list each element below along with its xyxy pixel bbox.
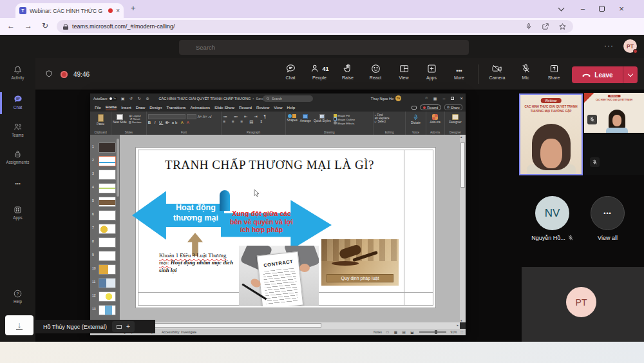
ppt-search-box[interactable]: Search [263,95,313,102]
browser-tab[interactable]: T Webinar: CÁC HÌNH THỨC G × [15,3,124,18]
leave-button[interactable]: Leave [572,66,638,83]
tab-close-icon[interactable]: × [116,7,120,14]
tab-search-chevron-icon[interactable] [558,5,565,12]
ppt-share-button[interactable]: ⧉Share [444,104,462,110]
toolbar-raise-button[interactable]: Raise [336,63,359,80]
shared-powerpoint-window[interactable]: AutoSaveOn ▣ ↺ ↻ ⊕ CÁC HÌNH THỨC GIẢI QU… [90,93,466,335]
notes-button[interactable]: Notes [374,330,382,334]
menu-slideshow[interactable]: Slide Show [214,105,234,110]
ppt-restore[interactable] [451,97,454,100]
align-buttons[interactable]: ≡ ≡ ≡ ▤ ⇕ [223,119,283,124]
slide[interactable]: TRANH CHẤP THƯƠNG MẠI LÀ GÌ? Hoạt độngth… [135,147,436,308]
toolbar-chat-button[interactable]: Chat [279,63,302,80]
ribbon-options-icon[interactable]: ⌾ [425,96,428,101]
ppt-view-icon[interactable]: ▦ [433,96,437,101]
menu-help[interactable]: Help [287,105,296,110]
font-name-box[interactable] [148,114,185,119]
window-restore-button[interactable] [599,6,605,12]
menu-transitions[interactable]: Transitions [166,105,185,110]
slide-thumb-10[interactable] [99,264,116,275]
new-slide-button[interactable]: New Slide [113,113,127,124]
ppt-close[interactable]: × [460,95,463,101]
sidebar-item-activity[interactable]: Activity [0,65,35,80]
ppt-minimize[interactable]: – [442,96,445,101]
toolbar-more-button[interactable]: ••• More [448,63,470,80]
autosave-toggle[interactable]: AutoSaveOn [93,97,117,101]
quick-access-icons[interactable]: ▣ ↺ ↻ ⊕ [121,96,151,101]
camera-button[interactable]: Camera [483,63,511,80]
fit-to-frame-icon[interactable] [117,325,122,329]
slide-thumb-4[interactable] [99,183,116,193]
slide-thumb-7[interactable] [99,224,116,234]
dictate-button[interactable]: Dictate [407,113,424,124]
video-tile-speaker[interactable]: Webinar CÁC HÌNH THỨC GIẢI QUYẾT TRANH T… [519,93,583,175]
reload-button[interactable]: ↻ [39,21,51,30]
horizontal-scrollbar[interactable]: ▸ [120,322,460,329]
sidebar-item-help[interactable]: ? Help [0,289,35,304]
toolbar-view-button[interactable]: View [393,63,415,80]
bookmark-star-icon[interactable] [558,23,567,31]
slide-thumb-6[interactable] [99,210,116,221]
self-video-tile[interactable]: PT [522,267,644,342]
video-tile-participant3[interactable] [584,134,644,175]
share-button[interactable]: Share [541,63,567,80]
video-tile-participant2[interactable]: Webinar CÁC HÌNH THỨC GIẢI QUYẾT TRANH [584,93,644,133]
accessibility-status[interactable]: Accessibility: Investigate [162,330,196,334]
share-zoom-controls[interactable]: + [112,321,135,332]
menu-record[interactable]: Record [239,105,252,110]
fit-slide-icon[interactable]: ⛶ [460,330,463,335]
menu-view[interactable]: View [274,105,282,110]
sidebar-item-apps[interactable]: Apps [0,205,35,220]
menu-design[interactable]: Design [149,105,162,110]
participant-avatar-nv[interactable]: NV [535,196,569,230]
url-bar[interactable]: teams.microsoft.com/_#/modern-calling/ [57,20,573,33]
font-format-buttons[interactable]: B I U S ab A A [148,121,220,124]
teams-more-options-icon[interactable]: ··· [604,41,614,50]
menu-review[interactable]: Review [256,105,269,110]
designer-button[interactable]: Designer [446,113,464,124]
vertical-scrollbar[interactable]: ▴ ▾ [460,135,466,322]
ppt-user-avatar[interactable]: TN [395,95,401,101]
mic-button[interactable]: Mic [514,63,537,80]
font-size-box[interactable] [187,114,196,119]
menu-file[interactable]: File [95,105,101,110]
select-button[interactable]: ▻ Select [375,120,404,123]
shield-icon[interactable] [44,70,53,79]
slide-thumb-11[interactable] [99,278,116,288]
teams-profile-avatar[interactable]: PT [623,39,637,53]
sidebar-item-assignments[interactable]: Assignments [0,150,35,164]
back-button[interactable]: ← [5,21,17,30]
window-minimize-button[interactable]: – [578,5,587,12]
grow-shrink-font[interactable]: A˄ A˅ 𝒜 [198,115,212,119]
slide-thumb-3[interactable] [99,170,116,180]
slide-thumb-13[interactable] [99,305,116,315]
new-tab-button[interactable]: + [131,3,136,13]
comments-icon[interactable] [412,106,417,110]
slide-thumb-5[interactable] [99,197,116,207]
ppt-record-button[interactable]: Record [420,104,441,110]
shape-effects-button[interactable]: Shape Effects [334,121,355,125]
menu-home[interactable]: Home [106,104,117,110]
download-app-button[interactable]: ↓ [5,315,33,335]
section-button[interactable]: ▥ Section [129,121,142,124]
teams-search-input[interactable] [179,40,469,55]
menu-insert[interactable]: Insert [121,105,131,110]
slide-thumb-9[interactable] [99,251,116,261]
arrange-button[interactable]: Arrange [300,114,311,123]
slide-thumb-2-selected[interactable] [99,156,116,166]
menu-draw[interactable]: Draw [136,105,145,110]
voice-search-icon[interactable] [525,23,533,30]
toolbar-react-button[interactable]: React [363,63,388,80]
zoom-slider[interactable] [419,331,446,333]
thumb-scrollbar[interactable] [117,139,119,197]
sidebar-more-icon[interactable]: ••• [0,181,35,186]
view-all-button[interactable]: ••• [591,196,625,230]
view-buttons[interactable]: ▭ ▦ ▤ ⬓ [386,330,415,334]
slide-thumb-8[interactable] [99,237,116,248]
toolbar-apps-button[interactable]: Apps [420,63,443,80]
shapes-button[interactable]: Shapes [287,114,298,122]
menu-animations[interactable]: Animations [190,105,210,110]
list-buttons[interactable]: ≔ ≕ ⇤ ⇥ ¶ [223,113,283,119]
sidebar-item-chat[interactable]: Chat [0,94,35,110]
zoom-in-icon[interactable]: + [126,323,130,330]
